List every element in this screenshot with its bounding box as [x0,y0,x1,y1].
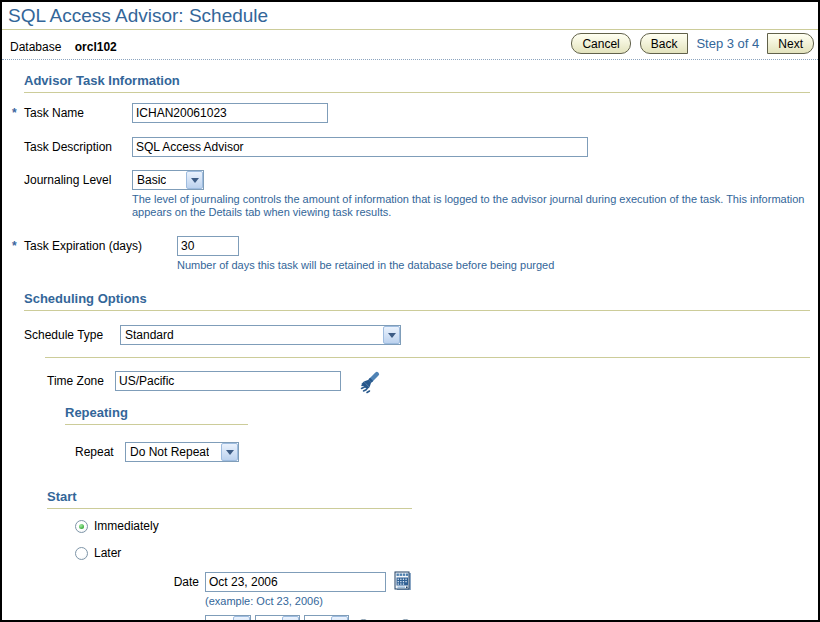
repeat-value: Do Not Repeat [126,445,209,459]
time-hour-value: 1 [206,618,217,622]
database-context: Database orcl102 [10,33,117,54]
schedule-type-row: Schedule Type Standard [2,325,818,345]
date-label: Date [165,575,199,589]
time-second-select[interactable]: 00 [304,615,349,622]
chevron-down-icon [282,616,299,622]
time-row: Time 1 40 00 AM PM [2,615,818,622]
start-heading: Start [47,489,412,509]
time-zone-row: Time Zone [2,367,818,394]
journaling-level-hint: The level of journaling controls the amo… [132,193,810,219]
schedule-section-divider [45,357,810,358]
scheduling-options-heading: Scheduling Options [24,291,810,311]
am-label: AM [374,618,392,622]
time-hour-select[interactable]: 1 [205,615,251,622]
immediately-radio[interactable] [75,520,88,533]
task-expiration-hint: Number of days this task will be retaine… [177,259,818,272]
calendar-icon[interactable] [393,571,414,592]
chevron-down-icon [221,443,238,461]
database-label: Database [10,40,61,54]
back-button[interactable]: Back [640,33,689,54]
database-value: orcl102 [75,40,117,54]
wizard-buttons: Cancel Back Step 3 of 4 Next [571,33,814,54]
required-marker: * [12,239,17,253]
task-description-input[interactable] [132,137,588,157]
form-content: Advisor Task Information * Task Name Tas… [2,73,818,622]
repeat-select[interactable]: Do Not Repeat [125,442,239,462]
time-label: Time [165,618,199,622]
task-description-label: Task Description [24,140,132,154]
schedule-type-label: Schedule Type [24,328,120,342]
time-minute-value: 40 [256,618,273,622]
page-title: SQL Access Advisor: Schedule [2,2,818,29]
journaling-level-label: Journaling Level [24,173,132,187]
step-indicator: Step 3 of 4 [688,36,767,51]
schedule-type-select[interactable]: Standard [120,325,401,345]
task-name-row: * Task Name [2,103,818,123]
required-marker: * [12,106,17,120]
task-name-label: Task Name [24,106,132,120]
date-row: Date [2,571,818,592]
cancel-button[interactable]: Cancel [571,33,630,54]
repeat-label: Repeat [75,445,125,459]
time-second-value: 00 [305,618,322,622]
pm-label: PM [416,618,434,622]
next-button[interactable]: Next [767,33,814,54]
task-expiration-label: Task Expiration (days) [24,239,177,253]
schedule-type-value: Standard [121,328,174,342]
time-minute-select[interactable]: 40 [255,615,300,622]
repeating-heading: Repeating [65,405,248,425]
chevron-down-icon [331,616,348,622]
task-description-row: Task Description [2,137,818,157]
sql-access-advisor-schedule-page: SQL Access Advisor: Schedule Database or… [0,0,820,622]
repeat-row: Repeat Do Not Repeat [2,442,818,462]
task-expiration-input[interactable] [177,236,239,256]
advisor-task-information-heading: Advisor Task Information [24,73,810,93]
context-and-actions-bar: Database orcl102 Cancel Back Step 3 of 4… [2,30,818,60]
task-name-input[interactable] [132,103,328,123]
date-format-hint: (example: Oct 23, 2006) [205,595,818,608]
immediately-label: Immediately [94,519,159,533]
journaling-level-select[interactable]: Basic [132,170,204,190]
time-zone-label: Time Zone [47,374,115,388]
later-radio[interactable] [75,547,88,560]
flashlight-lookup-icon[interactable] [359,367,386,394]
time-zone-input[interactable] [115,371,341,391]
chevron-down-icon [186,171,203,189]
chevron-down-icon [383,326,400,344]
am-radio[interactable] [357,619,370,622]
journaling-level-value: Basic [133,173,166,187]
task-expiration-row: * Task Expiration (days) [2,236,818,256]
date-input[interactable] [205,572,386,592]
start-later-option: Later [2,546,818,560]
later-label: Later [94,546,121,560]
start-immediately-option: Immediately [2,519,818,533]
chevron-down-icon [233,616,250,622]
journaling-level-row: Journaling Level Basic [2,170,818,190]
pm-radio[interactable] [399,619,412,622]
